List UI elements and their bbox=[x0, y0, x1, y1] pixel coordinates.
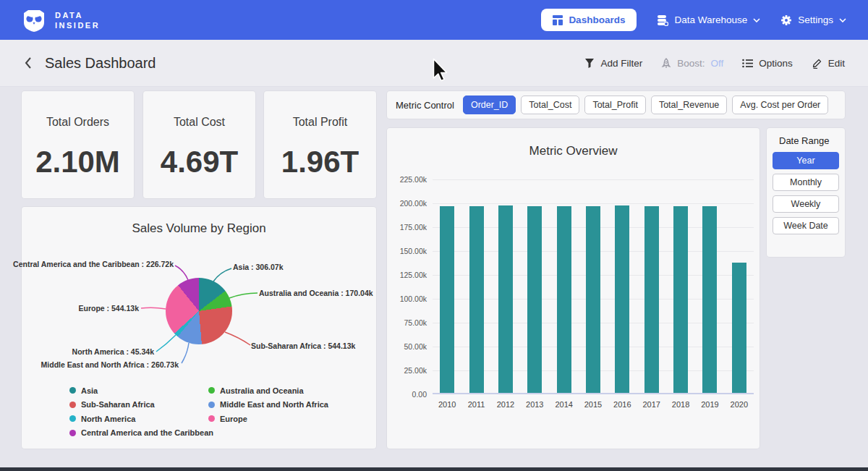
x-tick-label: 2013 bbox=[520, 400, 549, 409]
bar[interactable] bbox=[586, 206, 600, 393]
kpi-card-total-orders: Total Orders 2.10M bbox=[22, 91, 134, 198]
legend-label: Sub-Saharan Africa bbox=[81, 400, 155, 409]
x-tick-label: 2014 bbox=[549, 400, 578, 409]
data-warehouse-menu[interactable]: Data Warehouse bbox=[657, 14, 760, 26]
date-range-weekly-button[interactable]: Weekly bbox=[773, 195, 839, 213]
x-tick-label: 2020 bbox=[725, 400, 754, 409]
back-button[interactable] bbox=[23, 56, 33, 69]
kpi-value: 2.10M bbox=[35, 145, 120, 179]
boost-toggle[interactable]: Boost: Off bbox=[661, 58, 723, 69]
add-filter-label: Add Filter bbox=[600, 58, 642, 69]
pie-slice-label: Sub-Saharan Africa : 544.13k bbox=[251, 341, 355, 350]
bar[interactable] bbox=[527, 206, 542, 393]
settings-menu[interactable]: Settings bbox=[780, 14, 846, 26]
x-tick-label: 2019 bbox=[695, 400, 724, 409]
bar-yaxis: 0.0025.00k50.00k75.00k100.00k125.00k150.… bbox=[387, 179, 427, 394]
edit-button[interactable]: Edit bbox=[812, 58, 845, 69]
bar[interactable] bbox=[644, 206, 659, 393]
legend-label: North America bbox=[81, 415, 135, 423]
legend-label: Asia bbox=[81, 386, 98, 395]
data-warehouse-label: Data Warehouse bbox=[674, 14, 747, 25]
pie-legend-item[interactable]: Asia bbox=[69, 385, 208, 396]
metric-option-avg-cost-per-order[interactable]: Avg. Cost per Order bbox=[732, 96, 828, 114]
bottom-strip bbox=[0, 467, 868, 471]
pie-leader-line bbox=[141, 307, 166, 309]
pie-legend-item[interactable]: Sub-Saharan Africa bbox=[69, 399, 208, 411]
date-range-panel: Date Range Year Monthly Weekly Week Date bbox=[767, 128, 845, 257]
metric-option-total-profit[interactable]: Total_Profit bbox=[584, 96, 646, 114]
page-header: Sales Dashboard Add Filter Boost: Off bbox=[0, 40, 868, 87]
x-tick-label: 2011 bbox=[461, 400, 490, 409]
bar-chart-title: Metric Overview bbox=[387, 128, 760, 158]
bar[interactable] bbox=[673, 206, 688, 393]
metric-option-total-cost[interactable]: Total_Cost bbox=[521, 96, 579, 114]
owl-logo-icon bbox=[22, 8, 46, 33]
date-range-monthly-button[interactable]: Monthly bbox=[773, 174, 839, 191]
legend-label: Europe bbox=[220, 415, 247, 423]
kpi-label: Total Orders bbox=[46, 116, 109, 129]
legend-dot-icon bbox=[208, 402, 215, 408]
legend-dot-icon bbox=[69, 430, 76, 436]
pie-chart-title: Sales Volume by Region bbox=[22, 207, 376, 236]
pie-legend-item[interactable]: Europe bbox=[208, 413, 328, 425]
pie-legend-item[interactable]: Middle East and North Africa bbox=[208, 399, 328, 411]
options-button[interactable]: Options bbox=[742, 58, 793, 69]
chevron-down-icon bbox=[839, 18, 846, 22]
pie-leader-line bbox=[229, 293, 258, 298]
chevron-down-icon bbox=[753, 18, 760, 22]
gridline bbox=[433, 179, 754, 180]
app-logo[interactable]: DATA INSIDER bbox=[22, 8, 100, 33]
x-tick-label: 2015 bbox=[579, 400, 608, 409]
pie-legend-item[interactable]: North America bbox=[69, 413, 208, 425]
y-tick-label: 25.00k bbox=[404, 366, 427, 375]
kpi-value: 1.96T bbox=[281, 145, 359, 179]
date-range-year-button[interactable]: Year bbox=[773, 152, 839, 169]
legend-label: Central America and the Caribbean bbox=[81, 428, 213, 437]
logo-line-1: DATA bbox=[55, 10, 100, 20]
pie-slice-label: Australia and Oceania : 170.04k bbox=[259, 289, 373, 297]
page-title: Sales Dashboard bbox=[45, 55, 156, 72]
header-actions: Add Filter Boost: Off Options bbox=[584, 58, 845, 69]
kpi-value: 4.69T bbox=[161, 145, 238, 179]
date-range-label: Date Range bbox=[779, 135, 839, 146]
pie-slice-label: North America : 45.34k bbox=[72, 347, 154, 356]
pie-slice-label: Middle East and North Africa : 260.73k bbox=[41, 360, 179, 369]
legend-dot-icon bbox=[69, 402, 76, 408]
bar[interactable] bbox=[469, 206, 484, 393]
legend-dot-icon bbox=[69, 415, 76, 422]
bar[interactable] bbox=[732, 263, 746, 393]
y-tick-label: 100.00k bbox=[400, 294, 427, 303]
metric-overview-card: Metric Overview 0.0025.00k50.00k75.00k10… bbox=[387, 128, 760, 449]
chevron-left-icon bbox=[23, 56, 33, 69]
logo-line-2: INSIDER bbox=[55, 20, 100, 30]
y-tick-label: 175.00k bbox=[400, 223, 427, 232]
pie-legend: AsiaSub-Saharan AfricaNorth AmericaCentr… bbox=[69, 385, 328, 438]
edit-label: Edit bbox=[828, 58, 845, 69]
x-tick-label: 2012 bbox=[491, 400, 520, 409]
dashboards-button[interactable]: Dashboards bbox=[541, 9, 637, 31]
bar[interactable] bbox=[557, 206, 571, 393]
bar[interactable] bbox=[440, 206, 454, 393]
bar[interactable] bbox=[615, 205, 629, 393]
gridline bbox=[433, 203, 754, 204]
legend-label: Australia and Oceania bbox=[220, 386, 304, 395]
y-tick-label: 225.00k bbox=[400, 175, 427, 184]
kpi-label: Total Profit bbox=[293, 116, 348, 129]
pie-legend-item[interactable]: Central America and the Caribbean bbox=[69, 428, 208, 439]
metric-option-order-id[interactable]: Order_ID bbox=[463, 96, 516, 114]
list-icon bbox=[742, 59, 753, 68]
bar[interactable] bbox=[702, 206, 717, 393]
metric-control-label: Metric Control bbox=[396, 100, 454, 111]
bar[interactable] bbox=[498, 205, 513, 393]
rocket-icon bbox=[661, 58, 671, 69]
kpi-card-total-profit: Total Profit 1.96T bbox=[264, 91, 376, 198]
metric-option-total-revenue[interactable]: Total_Revenue bbox=[651, 96, 727, 114]
add-filter-button[interactable]: Add Filter bbox=[584, 58, 642, 69]
metric-control-bar: Metric Control Order_ID Total_Cost Total… bbox=[387, 91, 845, 119]
pie-chart[interactable] bbox=[166, 278, 232, 344]
date-range-week-date-button[interactable]: Week Date bbox=[773, 217, 839, 234]
pie-leader-line bbox=[156, 335, 176, 352]
boost-state: Off bbox=[710, 58, 723, 69]
pie-legend-item[interactable]: Australia and Oceania bbox=[208, 385, 328, 396]
x-tick-label: 2017 bbox=[637, 400, 666, 409]
